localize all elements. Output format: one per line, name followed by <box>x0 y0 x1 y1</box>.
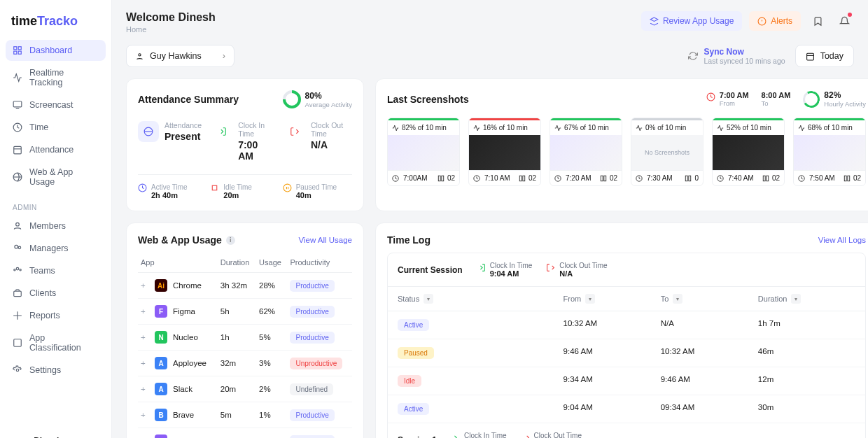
svg-rect-40 <box>523 176 525 181</box>
timelog-card: Time Log View All Logs Current Session C… <box>375 222 868 438</box>
screenshot-thumbnail: No Screenshots <box>631 135 703 170</box>
alerts-button[interactable]: Alerts <box>749 11 801 31</box>
date-selector[interactable]: Today <box>795 45 854 67</box>
svg-rect-42 <box>601 176 603 181</box>
pause-icon <box>283 183 292 192</box>
screenshot-item[interactable]: 0% of 10 min No Screenshots 7:30 AM 0 <box>631 118 704 186</box>
svg-point-16 <box>20 269 21 271</box>
productivity-badge: Productive <box>290 280 334 292</box>
sidebar-item-realtime[interactable]: Realtime Tracking <box>6 62 106 93</box>
sidebar-item-screencast[interactable]: Screencast <box>6 94 106 115</box>
screenshot-thumbnail <box>794 135 865 170</box>
expand-icon[interactable]: + <box>141 307 149 316</box>
sidebar-item-reports[interactable]: Reports <box>6 305 106 326</box>
sidebar-item-members[interactable]: Members <box>6 216 106 236</box>
logout-icon <box>284 121 305 142</box>
sort-icon[interactable]: ▾ <box>673 294 682 304</box>
svg-rect-3 <box>18 51 21 54</box>
nav-label: Settings <box>29 365 61 375</box>
svg-point-19 <box>16 369 19 372</box>
usage-row: +ASlack 20m 2% Undefined <box>138 376 352 402</box>
screenshots-card: Last Screenshots 7:00 AMFrom 8:00 AMTo 8… <box>375 78 868 211</box>
expand-icon[interactable]: + <box>141 359 149 367</box>
users-icon <box>13 243 22 253</box>
breadcrumb: Home <box>126 25 216 34</box>
sidebar-item-time[interactable]: Time <box>6 117 106 138</box>
expand-icon[interactable]: + <box>141 281 149 290</box>
screenshot-item[interactable]: 16% of 10 min 7:10 AM 02 <box>468 118 541 186</box>
svg-rect-1 <box>18 47 21 50</box>
view-all-usage-link[interactable]: View All Usage <box>299 236 353 244</box>
productivity-badge: Undefined <box>290 383 333 395</box>
sidebar-item-appclass[interactable]: App Classification <box>6 327 106 358</box>
dashboard-icon <box>13 45 22 55</box>
monitor-icon <box>13 100 22 110</box>
sort-icon[interactable]: ▾ <box>791 294 801 304</box>
person-selector[interactable]: Guy Hawkins › <box>126 45 234 67</box>
sort-icon[interactable]: ▾ <box>424 294 433 304</box>
app-icon: F <box>155 305 167 318</box>
usage-row: +AiChrome 3h 32m 28% Productive <box>138 273 352 299</box>
login-icon <box>451 433 460 438</box>
sidebar-item-webapp[interactable]: Web & App Usage <box>6 162 106 192</box>
clock-icon <box>706 92 715 101</box>
review-app-usage-button[interactable]: Review App Usage <box>641 11 742 31</box>
screenshot-item[interactable]: 68% of 10 min 7:50 AM 02 <box>793 118 866 186</box>
sync-now-link[interactable]: Sync Now <box>704 47 785 57</box>
svg-point-13 <box>18 246 21 249</box>
sidebar-item-managers[interactable]: Managers <box>6 238 106 259</box>
svg-rect-46 <box>689 176 691 181</box>
status-badge: Active <box>398 403 429 415</box>
usage-row: +NNucleo 1h 5% Productive <box>138 325 352 351</box>
gear-icon <box>13 365 22 375</box>
screenshot-thumbnail <box>713 135 784 170</box>
user-profile[interactable]: Dinesh Silwal Owner, timeTracko ⌃ <box>6 430 106 438</box>
card-title: Attendance Summary <box>138 94 239 105</box>
sidebar-item-dashboard[interactable]: Dashboard <box>6 40 106 61</box>
svg-point-14 <box>16 267 19 270</box>
sidebar-item-settings[interactable]: Settings <box>6 360 106 381</box>
productivity-badge: Productive <box>290 409 334 421</box>
expand-icon[interactable]: + <box>141 333 149 341</box>
usage-row: +FFigma 5h 62% Productive <box>138 299 352 325</box>
app-icon: F <box>155 435 167 438</box>
notification-button[interactable] <box>834 11 854 31</box>
notification-dot <box>848 13 852 17</box>
svg-rect-36 <box>438 176 440 181</box>
sidebar-item-clients[interactable]: Clients <box>6 283 106 304</box>
user-name: Dinesh Silwal <box>34 436 87 438</box>
report-icon <box>13 311 22 320</box>
svg-point-24 <box>139 53 141 55</box>
svg-rect-2 <box>14 51 17 54</box>
svg-point-31 <box>284 184 291 192</box>
svg-rect-52 <box>848 176 850 181</box>
screenshot-item[interactable]: 82% of 10 min 7:00AM 02 <box>387 118 460 186</box>
bookmark-button[interactable] <box>808 11 827 31</box>
screenshot-item[interactable]: 52% of 10 min 7:40 AM 02 <box>712 118 785 186</box>
view-all-logs-link[interactable]: View All Logs <box>818 236 866 244</box>
sort-icon[interactable]: ▾ <box>585 294 595 304</box>
nav-label: Time <box>29 122 48 132</box>
app-icon: B <box>155 409 167 421</box>
svg-point-11 <box>16 222 20 226</box>
svg-rect-18 <box>14 339 22 347</box>
screenshot-item[interactable]: 67% of 10 min 7:20 AM 02 <box>550 118 622 186</box>
app-icon: A <box>155 383 167 395</box>
svg-rect-17 <box>14 291 22 297</box>
usage-row: +BBrave 5m 1% Productive <box>138 402 352 428</box>
person-icon <box>135 52 144 61</box>
sidebar-item-teams[interactable]: Teams <box>6 260 106 281</box>
timelog-row: Active 10:32 AM N/A 1h 7m <box>388 311 865 339</box>
svg-rect-45 <box>686 176 688 181</box>
expand-icon[interactable]: + <box>141 385 149 393</box>
idle-icon <box>210 183 219 192</box>
expand-icon[interactable]: + <box>141 411 149 419</box>
app-icon: A <box>155 357 167 369</box>
logout-icon <box>546 263 555 272</box>
nav-label: Managers <box>29 243 69 253</box>
info-icon[interactable]: i <box>226 236 235 245</box>
svg-marker-20 <box>650 17 658 21</box>
sidebar-item-attendance[interactable]: Attendance <box>6 139 106 160</box>
alert-icon <box>757 17 766 26</box>
usage-table: App Duration Usage Productivity +AiChrom… <box>138 253 352 438</box>
